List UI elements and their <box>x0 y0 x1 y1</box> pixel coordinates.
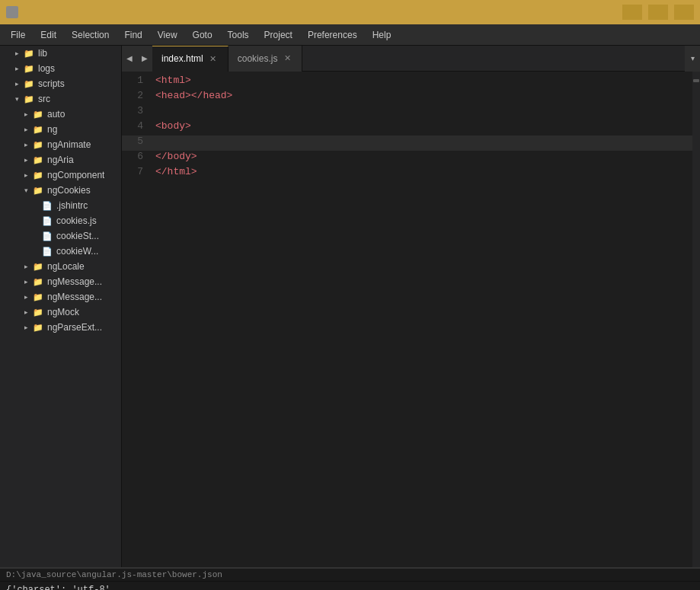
sidebar-item-cookies[interactable]: 📄cookies.js <box>0 213 121 228</box>
line-content: <head></head> <box>155 90 700 101</box>
line-number: 6 <box>122 151 155 162</box>
sidebar-item-ngParseExt[interactable]: ▸📁ngParseExt... <box>0 320 121 335</box>
tree-arrow-icon: ▸ <box>21 155 30 164</box>
line-number: 1 <box>122 75 155 86</box>
sidebar-item-ngAnimate[interactable]: ▸📁ngAnimate <box>0 137 121 152</box>
sidebar-item-label: ng <box>47 124 57 135</box>
maximize-button[interactable] <box>648 5 668 20</box>
sidebar: ▸📁lib▸📁logs▸📁scripts▾📁src▸📁auto▸📁ng▸📁ngA… <box>0 46 122 567</box>
sidebar-item-label: ngMessage... <box>47 276 102 287</box>
sidebar-item-jshintrc[interactable]: 📄.jshintrc <box>0 198 121 213</box>
file-icon: 📄 <box>41 215 53 226</box>
folder-icon: 📁 <box>32 155 44 165</box>
menu-item-preferences[interactable]: Preferences <box>300 27 365 43</box>
tabs-bar: ◀ ▶ index.html✕cookies.js✕▾ <box>122 46 700 72</box>
sidebar-item-cookieSt[interactable]: 📄cookieSt... <box>0 228 121 244</box>
sidebar-item-src[interactable]: ▾📁src <box>0 91 121 107</box>
folder-icon: 📁 <box>32 292 44 302</box>
line-content: </html> <box>155 166 700 177</box>
tree-arrow-icon: ▸ <box>21 125 30 134</box>
sidebar-item-ngMessage2[interactable]: ▸📁ngMessage... <box>0 289 121 305</box>
tab-close-button[interactable]: ✕ <box>208 53 219 64</box>
sidebar-item-label: ngParseExt... <box>47 322 102 333</box>
editor-area: ◀ ▶ index.html✕cookies.js✕▾ 1<html>2<hea… <box>122 46 700 567</box>
title-bar <box>0 0 700 24</box>
folder-icon: 📁 <box>32 124 44 135</box>
minimize-button[interactable] <box>622 5 642 20</box>
sidebar-item-label: ngCookies <box>47 185 91 196</box>
folder-icon: 📁 <box>32 322 44 333</box>
code-line: 1<html> <box>122 75 700 90</box>
bottom-path: D:\java_source\angular.js-master\bower.j… <box>0 569 700 582</box>
line-content: <html> <box>155 75 700 86</box>
folder-icon: 📁 <box>23 48 35 59</box>
tree-arrow-icon: ▸ <box>21 277 30 286</box>
folder-icon: 📁 <box>32 170 44 180</box>
code-line: 3 <box>122 105 700 120</box>
menu-item-help[interactable]: Help <box>365 27 399 43</box>
bottom-content[interactable]: {'charset': 'utf-8', 'end_of_line': 'lf'… <box>0 582 700 590</box>
sidebar-item-label: cookieW... <box>56 246 98 257</box>
sidebar-item-auto[interactable]: ▸📁auto <box>0 107 121 122</box>
folder-icon: 📁 <box>23 78 35 89</box>
line-number: 7 <box>122 166 155 177</box>
tabs-overflow-button[interactable]: ▾ <box>685 46 700 72</box>
tree-arrow-icon: ▸ <box>21 308 30 317</box>
menu-item-tools[interactable]: Tools <box>220 27 257 43</box>
menu-item-goto[interactable]: Goto <box>185 27 220 43</box>
code-line: 2<head></head> <box>122 90 700 105</box>
file-icon: 📄 <box>41 200 53 211</box>
mini-map-mark <box>693 79 699 82</box>
sidebar-item-label: .jshintrc <box>56 200 88 211</box>
line-number: 3 <box>122 105 155 116</box>
sidebar-item-label: ngAnimate <box>47 139 91 150</box>
tree-arrow-icon: ▸ <box>12 79 21 88</box>
tree-arrow-icon: ▸ <box>21 171 30 180</box>
sidebar-item-ng[interactable]: ▸📁ng <box>0 122 121 137</box>
sidebar-item-label: scripts <box>38 78 65 89</box>
menu-item-find[interactable]: Find <box>117 27 149 43</box>
code-editor[interactable]: 1<html>2<head></head>34<body>56</body>7<… <box>122 72 700 567</box>
code-line: 6</body> <box>122 151 700 166</box>
sidebar-item-cookieW[interactable]: 📄cookieW... <box>0 244 121 259</box>
tab-next-button[interactable]: ▶ <box>137 46 152 72</box>
folder-icon: 📁 <box>23 63 35 74</box>
menu-item-selection[interactable]: Selection <box>64 27 117 43</box>
folder-icon: 📁 <box>32 276 44 287</box>
menu-item-view[interactable]: View <box>150 27 185 43</box>
sidebar-item-label: ngComponent <box>47 170 104 180</box>
tree-arrow-icon: ▾ <box>21 186 30 195</box>
sidebar-item-label: lib <box>38 48 47 59</box>
code-line: 4<body> <box>122 120 700 136</box>
sidebar-item-ngMock[interactable]: ▸📁ngMock <box>0 305 121 320</box>
sidebar-item-lib[interactable]: ▸📁lib <box>0 46 121 61</box>
sidebar-item-label: logs <box>38 63 55 74</box>
tab-label: cookies.js <box>238 53 278 64</box>
sidebar-item-ngMessage1[interactable]: ▸📁ngMessage... <box>0 274 121 289</box>
close-button[interactable] <box>674 5 694 20</box>
sidebar-item-logs[interactable]: ▸📁logs <box>0 61 121 76</box>
sidebar-item-ngAria[interactable]: ▸📁ngAria <box>0 152 121 167</box>
line-number: 4 <box>122 120 155 132</box>
bottom-line: {'charset': 'utf-8', <box>6 585 694 590</box>
bottom-panel: D:\java_source\angular.js-master\bower.j… <box>0 567 700 590</box>
tree-arrow-icon: ▸ <box>21 292 30 301</box>
sidebar-item-scripts[interactable]: ▸📁scripts <box>0 76 121 91</box>
menu-item-edit[interactable]: Edit <box>33 27 64 43</box>
sidebar-item-ngComponent[interactable]: ▸📁ngComponent <box>0 167 121 183</box>
tab-cookies[interactable]: cookies.js✕ <box>229 46 303 72</box>
sidebar-item-ngLocale[interactable]: ▸📁ngLocale <box>0 259 121 274</box>
tab-index[interactable]: index.html✕ <box>152 46 229 72</box>
sidebar-item-label: auto <box>47 109 65 120</box>
sidebar-item-label: cookies.js <box>56 215 97 226</box>
menu-item-project[interactable]: Project <box>257 27 300 43</box>
app-icon <box>6 6 18 18</box>
sidebar-item-label: ngMock <box>47 307 79 317</box>
tab-prev-button[interactable]: ◀ <box>122 46 137 72</box>
folder-icon: 📁 <box>32 185 44 196</box>
folder-icon: 📁 <box>32 307 44 317</box>
tab-close-button[interactable]: ✕ <box>282 53 292 64</box>
sidebar-item-ngCookies[interactable]: ▾📁ngCookies <box>0 183 121 198</box>
menu-item-file[interactable]: File <box>3 27 33 43</box>
tree-arrow-icon: ▸ <box>12 64 21 73</box>
